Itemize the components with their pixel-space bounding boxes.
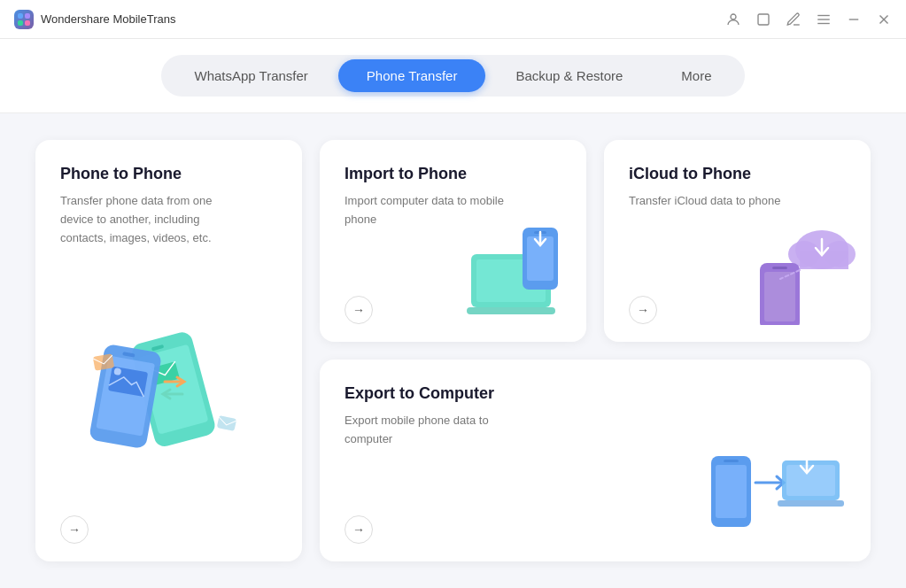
minimize-button[interactable] <box>846 12 862 27</box>
tab-more[interactable]: More <box>653 59 740 92</box>
svg-rect-1 <box>25 13 30 19</box>
svg-rect-35 <box>772 267 787 269</box>
svg-rect-5 <box>758 14 769 25</box>
window-icon[interactable] <box>755 12 771 27</box>
main-content: Phone to Phone Transfer phone data from … <box>0 113 906 588</box>
card-phone-to-phone-desc: Transfer phone data from one device to a… <box>60 192 237 247</box>
card-phone-to-phone-title: Phone to Phone <box>60 165 277 183</box>
svg-rect-0 <box>18 13 23 19</box>
card-import-to-phone[interactable]: Import to Phone Import computer data to … <box>320 140 586 342</box>
title-bar: Wondershare MobileTrans <box>0 0 906 39</box>
edit-icon[interactable] <box>786 12 801 27</box>
svg-rect-3 <box>25 20 30 26</box>
nav-bar: WhatsApp Transfer Phone Transfer Backup … <box>0 39 906 113</box>
tab-phone[interactable]: Phone Transfer <box>338 59 486 92</box>
icloud-illustration <box>747 219 862 325</box>
svg-point-4 <box>731 14 736 19</box>
card-icloud-to-phone[interactable]: iCloud to Phone Transfer iCloud data to … <box>604 140 871 342</box>
card-export-to-computer[interactable]: Export to Computer Export mobile phone d… <box>320 360 871 561</box>
svg-rect-38 <box>724 460 739 462</box>
tab-backup[interactable]: Backup & Restore <box>487 59 651 92</box>
svg-rect-41 <box>778 500 844 507</box>
close-button[interactable] <box>876 12 892 27</box>
card-phone-to-phone[interactable]: Phone to Phone Transfer phone data from … <box>35 140 302 561</box>
card-import-title: Import to Phone <box>345 165 561 183</box>
svg-rect-2 <box>18 20 23 26</box>
user-icon[interactable] <box>725 12 741 27</box>
nav-tabs: WhatsApp Transfer Phone Transfer Backup … <box>161 55 744 97</box>
menu-icon[interactable] <box>816 12 832 27</box>
svg-rect-25 <box>467 307 555 314</box>
import-illustration <box>462 219 577 325</box>
app-name: Wondershare MobileTrans <box>41 12 175 26</box>
card-export-arrow[interactable]: → <box>345 515 373 544</box>
app-icon <box>14 10 34 29</box>
tab-whatsapp[interactable]: WhatsApp Transfer <box>166 59 336 92</box>
svg-rect-37 <box>716 465 747 518</box>
card-phone-to-phone-arrow[interactable]: → <box>60 515 89 544</box>
phone-to-phone-illustration <box>67 302 271 479</box>
card-export-desc: Export mobile phone data to computer <box>345 412 522 449</box>
card-export-title: Export to Computer <box>345 384 846 403</box>
window-controls <box>725 12 892 27</box>
card-icloud-arrow[interactable]: → <box>629 296 657 324</box>
card-icloud-desc: Transfer iCloud data to phone <box>629 192 806 211</box>
export-illustration <box>702 434 844 549</box>
card-import-arrow[interactable]: → <box>345 296 373 324</box>
title-bar-left: Wondershare MobileTrans <box>14 10 175 29</box>
card-icloud-title: iCloud to Phone <box>629 165 846 183</box>
